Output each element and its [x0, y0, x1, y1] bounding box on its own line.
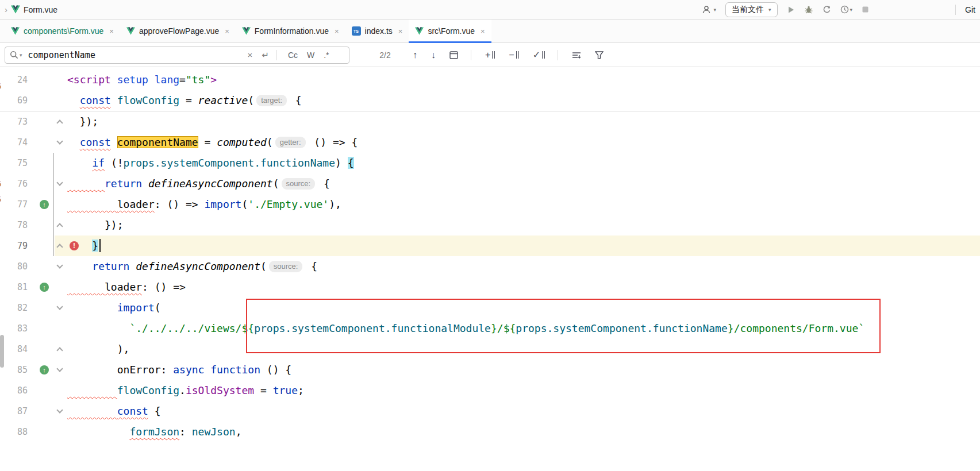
- line-number[interactable]: 78: [0, 215, 34, 235]
- tab-forminformation-vue[interactable]: FormInformation.vue×: [236, 20, 345, 43]
- tab-components-form-vue[interactable]: components\Form.vue×: [5, 20, 120, 43]
- fold-marker-icon[interactable]: [56, 347, 63, 353]
- fold-column: [55, 153, 67, 173]
- fold-column: [55, 90, 67, 111]
- match-case-toggle[interactable]: Cc: [288, 51, 298, 60]
- tab-index-ts[interactable]: TSindex.ts×: [345, 20, 409, 43]
- tab-close-icon[interactable]: ×: [481, 27, 485, 36]
- line-number[interactable]: 75: [0, 153, 34, 173]
- fold-column: [55, 422, 67, 442]
- gutter-icon-column: [34, 422, 55, 442]
- code-text[interactable]: <script setup lang="ts">: [67, 70, 980, 90]
- line-number[interactable]: 77: [0, 194, 34, 215]
- line-number[interactable]: 82: [0, 298, 34, 318]
- line-number[interactable]: 81: [0, 277, 34, 298]
- breadcrumb-chevron-icon[interactable]: ›: [5, 5, 7, 14]
- code-text[interactable]: ! }: [67, 235, 980, 256]
- code-text[interactable]: import(: [67, 298, 980, 318]
- fold-marker-icon[interactable]: [56, 365, 63, 372]
- gutter-icon-column: [34, 173, 55, 194]
- code-text[interactable]: return defineAsyncComponent(source: {: [67, 173, 980, 194]
- search-history-chevron-icon[interactable]: ▾: [20, 52, 22, 58]
- fold-marker-icon[interactable]: [56, 303, 63, 310]
- remove-occurrence-icon[interactable]: −: [509, 50, 518, 60]
- add-occurrence-icon[interactable]: +: [485, 50, 495, 60]
- line-number[interactable]: 87: [0, 401, 34, 422]
- tab-close-icon[interactable]: ×: [398, 27, 403, 36]
- line-number[interactable]: 74: [0, 132, 34, 153]
- implements-gutter-icon[interactable]: ↑: [40, 200, 49, 209]
- line-number[interactable]: 69: [0, 90, 34, 111]
- code-text[interactable]: loader: () => import('./Empty.vue'),: [67, 194, 980, 215]
- fold-marker-icon[interactable]: [56, 244, 63, 250]
- gutter-icon-column: [34, 111, 55, 132]
- typescript-file-icon: TS: [352, 26, 361, 36]
- fold-marker-icon[interactable]: [56, 262, 63, 268]
- divider: [276, 50, 276, 60]
- line-number[interactable]: 80: [0, 256, 34, 277]
- line-number[interactable]: 84: [0, 339, 34, 360]
- run-configuration-dropdown[interactable]: 当前文件 ▾: [725, 2, 778, 17]
- implements-gutter-icon[interactable]: ↑: [40, 365, 49, 375]
- select-all-occurrences-icon[interactable]: ✓: [533, 49, 545, 60]
- whole-words-toggle[interactable]: W: [307, 51, 314, 60]
- run-with-coverage-button[interactable]: [823, 5, 831, 14]
- divider: [471, 50, 471, 60]
- code-text[interactable]: return defineAsyncComponent(source: {: [67, 256, 980, 277]
- code-text[interactable]: formJson: newJson,: [67, 422, 980, 442]
- code-text[interactable]: onError: async function () {: [67, 360, 980, 380]
- new-line-icon[interactable]: ↵: [262, 50, 269, 60]
- run-button[interactable]: [787, 6, 795, 14]
- fold-marker-icon[interactable]: [56, 119, 63, 126]
- search-field[interactable]: ▾ × ↵ Cc W .*: [5, 47, 349, 64]
- profiler-button[interactable]: ▾: [840, 5, 853, 14]
- code-text[interactable]: if (!props.systemComponent.functionName)…: [67, 153, 980, 173]
- regex-toggle[interactable]: .*: [324, 51, 329, 60]
- tab-src-form-vue[interactable]: src\Form.vue×: [409, 20, 491, 43]
- stop-button[interactable]: [862, 6, 869, 13]
- fold-marker-icon[interactable]: [56, 223, 63, 229]
- code-text[interactable]: `./../../../views/${props.systemComponen…: [67, 318, 980, 339]
- line-number[interactable]: 73: [0, 111, 34, 132]
- tab-close-icon[interactable]: ×: [109, 27, 114, 36]
- code-text[interactable]: });: [67, 111, 980, 132]
- git-menu[interactable]: Git: [965, 5, 975, 14]
- error-gutter-icon[interactable]: !: [70, 241, 79, 250]
- tab-approveflowpage-vue[interactable]: approveFlowPage.vue×: [120, 20, 236, 43]
- line-number[interactable]: 83: [0, 318, 34, 339]
- code-text[interactable]: const flowConfig = reactive(target: {: [67, 90, 980, 111]
- code-line-86: 86 flowConfig.isOldSystem = true;: [0, 380, 980, 401]
- left-edge-scrollbar-thumb[interactable]: [0, 335, 4, 368]
- next-occurrence-icon[interactable]: ↓: [431, 50, 436, 60]
- implements-gutter-icon[interactable]: ↑: [40, 283, 49, 292]
- gutter-icon-column: [34, 401, 55, 422]
- code-line-82: 82 import(: [0, 298, 980, 318]
- code-text[interactable]: const {: [67, 401, 980, 422]
- code-text[interactable]: });: [67, 215, 980, 235]
- code-text[interactable]: flowConfig.isOldSystem = true;: [67, 380, 980, 401]
- code-with-me-users-icon[interactable]: ▾: [702, 5, 717, 14]
- previous-occurrence-icon[interactable]: ↑: [413, 50, 417, 60]
- filter-funnel-icon[interactable]: [595, 51, 604, 59]
- line-number[interactable]: 86: [0, 380, 34, 401]
- fold-marker-icon[interactable]: [56, 138, 63, 144]
- search-input[interactable]: [27, 49, 239, 61]
- open-in-find-window-icon[interactable]: [449, 51, 458, 59]
- line-number[interactable]: 85: [0, 360, 34, 380]
- tab-close-icon[interactable]: ×: [225, 27, 229, 36]
- search-options-lines-icon[interactable]: [572, 51, 581, 59]
- line-number[interactable]: 24: [0, 70, 34, 90]
- code-text[interactable]: ),: [67, 339, 980, 360]
- line-number[interactable]: 76: [0, 173, 34, 194]
- debug-bug-button[interactable]: [804, 5, 813, 14]
- line-number[interactable]: 88: [0, 422, 34, 442]
- clear-search-icon[interactable]: ×: [248, 50, 253, 60]
- fold-marker-icon[interactable]: [56, 407, 63, 413]
- fold-marker-icon[interactable]: [56, 179, 63, 186]
- tab-close-icon[interactable]: ×: [335, 27, 339, 36]
- code-text[interactable]: const componentName = computed(getter: (…: [67, 132, 980, 153]
- gutter-icon-column: [34, 298, 55, 318]
- line-number[interactable]: 79: [0, 235, 34, 256]
- code-text[interactable]: loader: () =>: [67, 277, 980, 298]
- gutter-icon-column: ↑: [34, 360, 55, 380]
